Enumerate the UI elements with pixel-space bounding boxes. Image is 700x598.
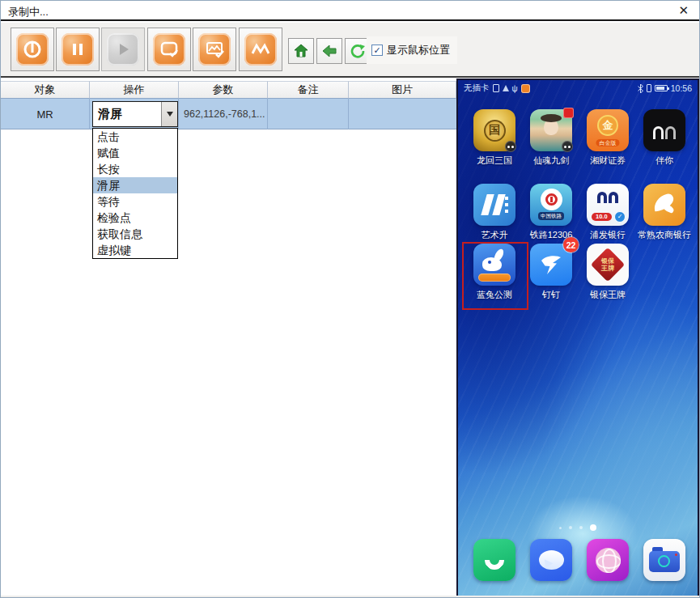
back-icon <box>321 43 337 59</box>
dropdown-item-checkpoint[interactable]: 检验点 <box>93 210 177 226</box>
cell-params: 962,1126,-768,1... <box>179 99 268 129</box>
app-window: 录制中... ✕ <box>0 0 700 598</box>
app-label: 龙回三国 <box>477 155 512 167</box>
dropdown-item-longpress[interactable]: 长按 <box>93 161 177 177</box>
camera-dot-glyph <box>675 553 677 556</box>
operation-dropdown-list: 点击 赋值 长按 滑屏 等待 检验点 获取信息 虚拟键 <box>92 128 178 259</box>
dropdown-item-wait[interactable]: 等待 <box>93 193 177 210</box>
app-spd-bank[interactable]: 10.0 ✓ 浦发银行 <box>580 184 635 241</box>
toolbar: ✓ 显示鼠标位置 <box>1 23 699 78</box>
app-banni[interactable]: 伴你 <box>637 109 692 167</box>
app-yishusheng[interactable]: 艺术升 <box>467 184 522 241</box>
yishusheng-icon <box>473 184 515 226</box>
app-row-2: 艺术升 中国铁路 铁路12306 10.0 ✓ 浦发银行 <box>467 184 692 241</box>
app-changshu-bank[interactable]: 常熟农商银行 <box>637 184 692 241</box>
dingtalk-icon: 22 <box>530 244 572 286</box>
xianhun-jiujian-icon <box>530 109 572 151</box>
signal-icon <box>503 85 509 91</box>
app-railway-12306[interactable]: 中国铁路 铁路12306 <box>524 184 579 241</box>
red-diamond-glyph: 银保王牌 <box>591 248 625 282</box>
handset-glyph <box>481 546 508 574</box>
pause-button[interactable] <box>56 28 100 71</box>
verified-check-icon: ✓ <box>614 211 626 223</box>
operation-combobox[interactable]: 滑屏 <box>92 101 178 127</box>
battery-icon <box>655 85 668 91</box>
app-label: 浦发银行 <box>590 229 626 241</box>
chevron-down-icon[interactable] <box>161 102 177 126</box>
dropdown-item-swipe[interactable]: 滑屏 <box>93 177 177 193</box>
back-button[interactable] <box>316 38 342 64</box>
phone-screen-mirror[interactable]: 无插卡 ψ 10:56 国 龙回三国 <box>456 78 699 597</box>
dock <box>467 539 692 581</box>
combobox-value: 滑屏 <box>93 107 161 122</box>
dropdown-item-assign[interactable]: 赋值 <box>93 145 177 161</box>
spd-bank-icon: 10.0 ✓ <box>587 184 629 226</box>
waveform-icon <box>244 33 277 66</box>
camera-app-icon <box>643 539 685 581</box>
arch-glyph <box>665 126 676 139</box>
show-mouse-checkbox[interactable]: ✓ <box>371 45 383 56</box>
banni-icon <box>643 109 685 151</box>
page-dot <box>579 526 583 529</box>
arch-glyph <box>653 126 664 139</box>
wing-glyph <box>539 252 563 277</box>
show-mouse-label: 显示鼠标位置 <box>387 43 450 57</box>
vibrate-icon <box>647 84 651 92</box>
show-mouse-option: ✓ 显示鼠标位置 <box>367 36 457 64</box>
empty-cell <box>637 244 692 301</box>
stop-record-icon <box>16 33 49 66</box>
col-header-remark[interactable]: 备注 <box>268 81 349 99</box>
dropdown-item-virtualkey[interactable]: 虚拟键 <box>93 242 177 258</box>
messages-app-icon <box>530 539 572 581</box>
cell-image <box>349 99 456 129</box>
col-header-params[interactable]: 参数 <box>179 81 268 99</box>
app-label: 钉钉 <box>542 289 560 301</box>
gamepad-badge-icon <box>562 141 573 152</box>
app-yinbao-wangpai[interactable]: 银保王牌 银保王牌 <box>580 244 635 301</box>
app-label: 银保王牌 <box>590 289 626 301</box>
col-header-object[interactable]: 对象 <box>1 81 90 99</box>
gold-coin-glyph: 金 <box>597 115 618 136</box>
spdb-logo-glyph <box>597 192 607 203</box>
seal-glyph: 国 <box>484 120 506 142</box>
usb-icon: ψ <box>512 84 518 93</box>
app-xiangcai-securities[interactable]: 金 白金版 湘财证券 <box>580 109 635 167</box>
app-longhui-sanguo[interactable]: 国 龙回三国 <box>467 109 522 167</box>
dropdown-item-click[interactable]: 点击 <box>93 129 177 145</box>
window-title: 录制中... <box>8 5 49 19</box>
globe-glyph <box>596 548 621 573</box>
screenshot-check-icon <box>198 33 231 66</box>
xiangcai-securities-icon: 金 白金版 <box>587 109 629 151</box>
recorded-target-highlight <box>462 242 528 310</box>
stop-record-button[interactable] <box>11 28 54 71</box>
dropdown-item-getinfo[interactable]: 获取信息 <box>93 226 177 242</box>
bluetooth-icon <box>638 84 643 93</box>
app-label: 仙魂九剑 <box>533 155 569 167</box>
title-bar: 录制中... ✕ <box>1 1 699 21</box>
col-header-image[interactable]: 图片 <box>349 81 456 99</box>
app-label: 湘财证券 <box>590 155 626 167</box>
close-icon[interactable]: ✕ <box>678 3 689 18</box>
waveform-button[interactable] <box>239 28 282 71</box>
changshu-bank-icon <box>643 184 685 226</box>
railway-emblem-icon <box>541 189 562 210</box>
app-label: 常熟农商银行 <box>638 229 691 241</box>
version-tag: 10.0 <box>592 213 612 221</box>
spdb-logo-glyph <box>609 192 618 203</box>
page-indicator <box>559 524 596 531</box>
screenshot-check-button[interactable] <box>193 28 236 71</box>
app-xianhun-jiujian[interactable]: 仙魂九剑 <box>524 109 579 167</box>
app-dingtalk[interactable]: 22 钉钉 <box>524 244 579 301</box>
phone-app[interactable] <box>467 539 522 581</box>
refresh-icon <box>350 43 366 59</box>
browser-app[interactable] <box>580 539 635 581</box>
loop-check-icon <box>153 33 185 66</box>
messages-app[interactable] <box>524 539 579 581</box>
table-row[interactable]: MR 962,1126,-768,1... 滑屏 <box>1 99 456 129</box>
camera-app[interactable] <box>637 539 692 581</box>
cell-object: MR <box>1 99 90 129</box>
home-button[interactable] <box>288 38 314 64</box>
loop-check-button[interactable] <box>147 28 191 71</box>
gamepad-badge-icon <box>505 141 516 152</box>
col-header-operation[interactable]: 操作 <box>90 81 179 99</box>
